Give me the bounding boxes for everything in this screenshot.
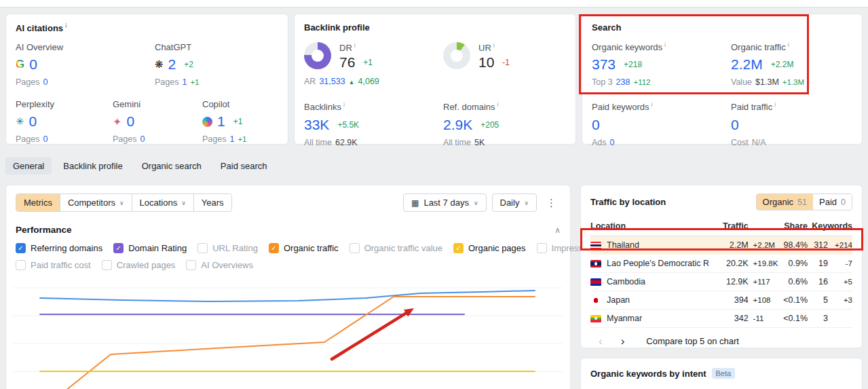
checkbox-icon: [197, 243, 208, 253]
keywords-delta: [828, 310, 852, 328]
ur-stat: URi 10 -1: [443, 42, 566, 86]
top3-value[interactable]: 238: [616, 77, 630, 87]
keywords-value[interactable]: 5: [808, 291, 828, 310]
metric-checkbox-organic-traffic[interactable]: ✓Organic traffic: [269, 243, 339, 253]
ai-overview-stat: AI Overview G 0 Pages 0: [16, 42, 155, 87]
pages-value[interactable]: 1: [229, 134, 234, 144]
keywords-delta: +5: [828, 273, 852, 291]
ar-value[interactable]: 31,533: [319, 77, 345, 86]
organic-keywords-value[interactable]: 373: [592, 57, 616, 72]
dr-label: DRi: [339, 43, 356, 53]
dr-donut-chart: [304, 42, 331, 69]
table-row-myanmar[interactable]: Myanmar 342 -11 <0.1% 3: [590, 310, 852, 328]
table-row-japan[interactable]: Japan 394 +108 <0.1% 5 +3: [590, 291, 852, 310]
compare-top5-link[interactable]: Compare top 5 on chart: [646, 336, 739, 346]
metric-checkbox-ai-overviews[interactable]: AI Overviews: [186, 260, 253, 270]
table-row-thailand[interactable]: Thailand 2.2M +2.2M 98.4% 312 +214: [590, 236, 852, 255]
pages-label: Pages: [16, 134, 39, 144]
triangle-up-icon: ▲: [349, 79, 355, 86]
info-icon[interactable]: i: [343, 101, 345, 108]
metric-checkbox-url-rating[interactable]: URL Rating: [197, 243, 258, 253]
checkbox-icon: ✓: [453, 243, 464, 253]
tab-backlink-profile[interactable]: Backlink profile: [56, 158, 130, 174]
table-row-cambodia[interactable]: Cambodia 12.9K +117 0.6% 16 +5: [590, 273, 852, 291]
segment-competitors[interactable]: Competitors∨: [60, 194, 132, 211]
info-icon[interactable]: i: [65, 22, 67, 29]
info-icon[interactable]: i: [788, 41, 789, 48]
gemini-value[interactable]: 0: [126, 114, 134, 129]
metric-checkbox-paid-traffic-cost[interactable]: Paid traffic cost: [16, 260, 91, 270]
japan-flag-icon: [590, 297, 601, 304]
pages-value[interactable]: 1: [182, 77, 187, 87]
segment-locations[interactable]: Locations∨: [132, 194, 194, 211]
metric-label: URL Rating: [212, 243, 258, 253]
info-icon[interactable]: i: [664, 41, 666, 48]
metric-checkbox-referring-domains[interactable]: ✓Referring domains: [16, 243, 102, 253]
checkbox-icon: ✓: [269, 243, 279, 253]
date-range-dropdown[interactable]: ▦ Last 7 days ∨: [403, 193, 486, 212]
chart-canvas: [6, 272, 571, 389]
stat-label: Gemini: [113, 99, 202, 109]
dr-value: 76: [339, 55, 355, 70]
performance-line-chart[interactable]: [6, 272, 571, 389]
chevron-down-icon: ∨: [524, 200, 529, 206]
ai-overview-value[interactable]: 0: [29, 57, 37, 72]
organic-traffic-delta: +2.2M: [771, 60, 794, 69]
info-icon[interactable]: i: [497, 101, 499, 108]
copilot-icon: [202, 117, 212, 127]
delta-badge: +2: [184, 60, 193, 69]
pages-delta: +1: [190, 78, 199, 86]
keywords-value[interactable]: 312: [808, 236, 828, 255]
segment-metrics[interactable]: Metrics: [16, 194, 60, 211]
metric-checkbox-organic-traffic-value[interactable]: Organic traffic value: [350, 243, 442, 253]
traffic-delta: +19.8K: [749, 255, 781, 273]
info-icon[interactable]: i: [354, 42, 356, 49]
metric-label: AI Overviews: [201, 260, 253, 270]
pages-value[interactable]: 0: [140, 134, 145, 144]
prev-page-icon[interactable]: ‹: [599, 335, 603, 347]
view-segmented-control: Metrics Competitors∨ Locations∨ Years: [16, 193, 232, 212]
location-name: Japan: [607, 295, 630, 305]
ur-donut-chart: [443, 42, 470, 69]
ref-domains-value[interactable]: 2.9K: [443, 117, 472, 132]
keywords-value[interactable]: 19: [808, 255, 828, 273]
toggle-paid[interactable]: Paid 0: [813, 194, 852, 210]
metric-checkbox-organic-pages[interactable]: ✓Organic pages: [453, 243, 526, 253]
ads-value[interactable]: 0: [610, 138, 615, 147]
backlinks-value[interactable]: 33K: [304, 117, 329, 132]
paid-traffic-value[interactable]: 0: [731, 117, 739, 132]
tab-paid-search[interactable]: Paid search: [213, 158, 275, 174]
tab-general[interactable]: General: [5, 158, 52, 174]
column-location: Location: [590, 217, 720, 236]
segment-years[interactable]: Years: [194, 194, 231, 211]
kebab-menu-icon[interactable]: ⋮: [542, 197, 561, 209]
keywords-value[interactable]: 16: [808, 273, 828, 291]
beta-badge: Beta: [712, 368, 736, 379]
keywords-delta: +3: [828, 291, 852, 310]
toggle-organic[interactable]: Organic 51: [757, 194, 813, 210]
metric-checkbox-domain-rating[interactable]: ✓Domain Rating: [113, 243, 187, 253]
pages-value[interactable]: 0: [43, 77, 48, 87]
collapse-chevron-icon[interactable]: ∧: [554, 225, 561, 235]
granularity-dropdown[interactable]: Daily ∨: [492, 193, 537, 212]
paid-keywords-value[interactable]: 0: [592, 117, 600, 132]
tab-organic-search[interactable]: Organic search: [134, 158, 209, 174]
organic-traffic-value[interactable]: 2.2M: [731, 57, 763, 72]
backlinks-stat: Backlinksi 33K +5.5K All time 62.9K: [304, 101, 443, 147]
info-icon[interactable]: i: [774, 101, 776, 108]
next-page-icon[interactable]: ›: [621, 335, 625, 347]
perplexity-value[interactable]: 0: [29, 114, 37, 129]
keywords-value[interactable]: 3: [808, 310, 828, 328]
performance-card: Metrics Competitors∨ Locations∨ Years ▦ …: [5, 185, 571, 389]
chevron-down-icon: ∨: [181, 200, 186, 206]
column-traffic: Traffic: [720, 217, 748, 236]
copilot-value[interactable]: 1: [217, 114, 225, 129]
info-icon[interactable]: i: [493, 42, 495, 49]
metric-checkbox-crawled-pages[interactable]: Crawled pages: [102, 260, 176, 270]
stat-label: AI Overview: [16, 42, 155, 52]
backlink-profile-title: Backlink profile: [304, 22, 566, 33]
pages-value[interactable]: 0: [43, 134, 48, 144]
table-row-laos[interactable]: Lao People's Democratic Reput 20.2K +19.…: [590, 255, 852, 273]
info-icon[interactable]: i: [652, 101, 653, 108]
chatgpt-value[interactable]: 2: [168, 57, 176, 72]
